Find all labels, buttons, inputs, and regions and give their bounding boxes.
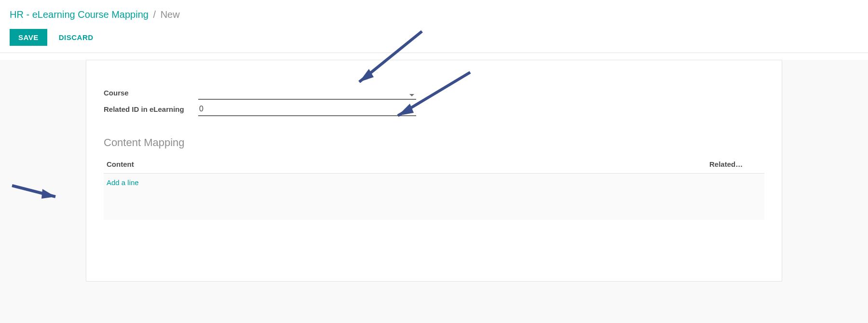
related-id-input[interactable]: [198, 104, 416, 116]
breadcrumb-parent[interactable]: HR - eLearning Course Mapping: [10, 9, 149, 20]
table-row: Add a line: [104, 174, 764, 192]
related-id-input-wrap: [198, 104, 416, 116]
save-button[interactable]: SAVE: [10, 29, 47, 46]
divider: [0, 53, 868, 53]
related-id-label: Related ID in eLearning: [104, 104, 198, 114]
section-title: Content Mapping: [104, 136, 764, 149]
col-content-header[interactable]: Content: [104, 155, 706, 174]
course-input[interactable]: [198, 87, 416, 100]
form-sheet: Course Related ID in eLearning Content M…: [86, 60, 782, 282]
table-spacer: [104, 192, 764, 205]
course-input-wrap: [198, 87, 416, 100]
table-header-row: Content Related…: [104, 155, 764, 174]
content-mapping-table: Content Related… Add a line: [104, 155, 764, 220]
discard-button[interactable]: DISCARD: [56, 33, 96, 42]
col-related-header[interactable]: Related…: [706, 155, 764, 174]
page-body: Course Related ID in eLearning Content M…: [0, 60, 868, 323]
related-id-row: Related ID in eLearning: [104, 104, 764, 116]
add-line-link[interactable]: Add a line: [107, 178, 139, 187]
control-panel: HR - eLearning Course Mapping / New SAVE…: [0, 0, 868, 46]
table-footer: [104, 205, 764, 220]
course-label: Course: [104, 87, 198, 98]
breadcrumb: HR - eLearning Course Mapping / New: [10, 9, 858, 20]
breadcrumb-current: New: [161, 9, 180, 20]
breadcrumb-separator: /: [153, 9, 156, 20]
form-buttons: SAVE DISCARD: [10, 29, 858, 46]
course-row: Course: [104, 87, 764, 100]
